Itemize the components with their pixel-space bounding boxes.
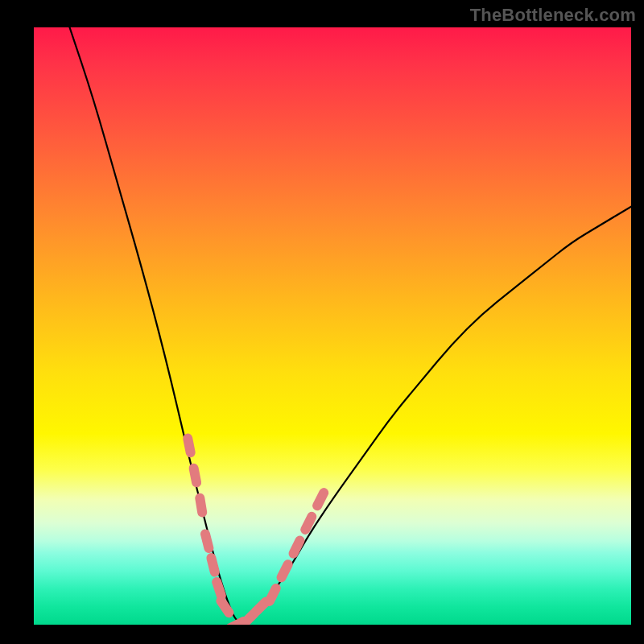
marker-point [200, 498, 202, 513]
marker-point [294, 541, 300, 554]
plot-area [34, 27, 631, 625]
chart-stage: TheBottleneck.com [0, 0, 644, 644]
marker-point [211, 558, 214, 572]
marker-point [205, 534, 208, 548]
curve-layer [34, 27, 631, 625]
marker-point [217, 582, 221, 596]
marker-point [317, 493, 324, 506]
marker-point [270, 588, 276, 601]
bottleneck-curve [70, 27, 632, 622]
marker-cluster [188, 439, 324, 625]
marker-point [282, 564, 288, 577]
marker-point [256, 601, 266, 612]
marker-point [194, 469, 197, 483]
watermark-text: TheBottleneck.com [470, 5, 636, 26]
marker-point [221, 601, 229, 613]
marker-point [188, 439, 191, 453]
marker-point [305, 517, 312, 530]
